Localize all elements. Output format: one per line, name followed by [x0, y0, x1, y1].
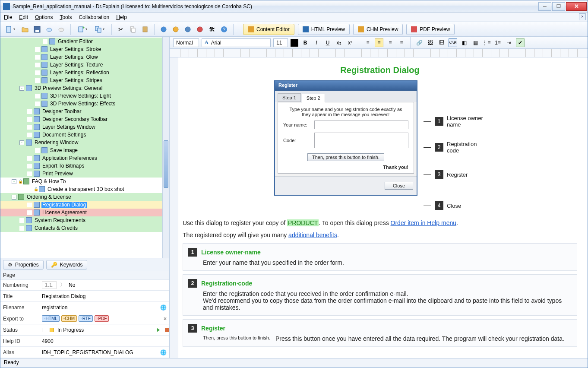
tree-item[interactable]: 3D Preview Settings: Effects: [0, 100, 162, 108]
export-chm-button[interactable]: [171, 25, 180, 34]
menu-collaboration[interactable]: Collaboration: [79, 14, 109, 20]
tree-item[interactable]: Layer Settings: Reflection: [0, 69, 162, 76]
maximize-button[interactable]: ❐: [552, 2, 565, 11]
align-center-button[interactable]: ≡: [375, 38, 383, 47]
tree-item[interactable]: Document Settings: [0, 131, 162, 139]
tree-item[interactable]: Layer Settings: Stripes: [0, 76, 162, 84]
tree-item[interactable]: Registration Dialog: [0, 201, 162, 209]
minimize-button[interactable]: ─: [538, 2, 551, 11]
scrollbar-thumb[interactable]: [164, 140, 168, 188]
order-menu-link[interactable]: Order item in Help menu: [391, 219, 457, 226]
align-justify-button[interactable]: ≡: [397, 38, 406, 47]
tree-scrollbar[interactable]: [162, 37, 169, 258]
menu-tools[interactable]: Tools: [60, 14, 72, 20]
tree-item[interactable]: Designer Secondary Toolbar: [0, 115, 162, 123]
mdi-close-button[interactable]: ×: [579, 13, 586, 20]
globe-icon[interactable]: 🌐: [160, 349, 167, 355]
tree-item[interactable]: Application Preferences: [0, 154, 162, 162]
tree-item[interactable]: Layer Settings: Texture: [0, 61, 162, 69]
link-button[interactable]: 🔗: [415, 38, 424, 47]
benefits-link[interactable]: additional benefits: [288, 232, 337, 238]
tree-item[interactable]: Save Image: [0, 146, 162, 154]
tree-item[interactable]: Designer Toolbar: [0, 108, 162, 115]
special-button[interactable]: ◧: [460, 38, 468, 47]
prop-numbering-value[interactable]: No: [69, 282, 75, 288]
prop-helpid-input[interactable]: [42, 338, 169, 344]
expand-icon[interactable]: -: [12, 195, 16, 200]
expand-icon[interactable]: -: [12, 179, 16, 184]
tree-item[interactable]: Export To Bitmaps: [0, 162, 162, 170]
play-icon[interactable]: [157, 328, 160, 332]
align-right-button[interactable]: ≡: [386, 38, 395, 47]
subscript-button[interactable]: x₂: [335, 38, 343, 47]
copy-button[interactable]: [128, 25, 138, 34]
tree-item[interactable]: Layer Settings Window: [0, 123, 162, 131]
globe-icon[interactable]: 🌐: [160, 305, 167, 311]
tab-chm-preview[interactable]: CHM Preview: [353, 24, 403, 35]
table-button[interactable]: ▦: [471, 38, 480, 47]
superscript-button[interactable]: x²: [346, 38, 354, 47]
color-swatch[interactable]: [291, 39, 298, 47]
export-chm-badge[interactable]: ▫CHM: [61, 315, 77, 322]
export-html-badge[interactable]: ▫HTML: [42, 315, 60, 322]
bold-button[interactable]: B: [301, 38, 310, 47]
tree-item[interactable]: -🔒FAQ & How To: [0, 178, 162, 185]
tree-item[interactable]: Layer Settings: Stroke: [0, 45, 162, 53]
spellcheck-button[interactable]: ✔: [516, 38, 525, 47]
tree-item[interactable]: -Ordering & License: [0, 193, 162, 201]
tree-item[interactable]: Gradient Editor: [0, 38, 162, 45]
numbering-button[interactable]: 1≡: [493, 38, 502, 47]
help-button[interactable]: ?: [219, 25, 229, 34]
menu-options[interactable]: Options: [35, 14, 53, 20]
export-rtf-badge[interactable]: ▫RTF: [79, 315, 93, 322]
tab-properties[interactable]: ⚙Properties: [3, 260, 44, 270]
prop-status-value[interactable]: In Progress: [57, 327, 84, 333]
tree-item[interactable]: Layer Settings: Glow: [0, 53, 162, 61]
topic-tree[interactable]: Gradient EditorLayer Settings: StrokeLay…: [0, 37, 162, 258]
document-area[interactable]: Registration Dialog Register Step 1 Step…: [170, 57, 588, 358]
tree-item[interactable]: 🔒Create a transparent 3D box shot: [0, 185, 162, 193]
export-clear-button[interactable]: ×: [164, 316, 167, 322]
cut-button[interactable]: ✂: [116, 25, 126, 34]
prop-alias-input[interactable]: [42, 349, 158, 355]
add-topic-button[interactable]: +: [75, 25, 90, 34]
export-pdf-badge[interactable]: ▫PDF: [95, 315, 109, 322]
font-select[interactable]: AArial: [202, 38, 271, 47]
align-left-button[interactable]: ≡: [364, 38, 372, 47]
tree-item[interactable]: -Rendering Window: [0, 139, 162, 146]
new-button[interactable]: [3, 25, 18, 34]
fontsize-select[interactable]: 11: [273, 38, 288, 47]
video-button[interactable]: 🎞: [437, 38, 446, 47]
ruler[interactable]: [170, 49, 588, 57]
tree-item[interactable]: Contacts & Credits: [0, 224, 162, 232]
prop-filename-input[interactable]: [42, 305, 158, 311]
cloud-sync-button[interactable]: [57, 25, 66, 34]
italic-button[interactable]: I: [312, 38, 321, 47]
close-button[interactable]: ✕: [566, 2, 587, 11]
tab-content-editor[interactable]: Content Editor: [243, 24, 294, 35]
cloud-button[interactable]: [44, 25, 54, 34]
bullets-button[interactable]: ⋮≡: [482, 38, 491, 47]
menu-file[interactable]: File: [4, 14, 12, 20]
expand-icon[interactable]: -: [19, 86, 24, 91]
stop-icon[interactable]: [165, 328, 169, 332]
tree-item[interactable]: 3D Preview Settings: Light: [0, 92, 162, 100]
export-html-button[interactable]: [159, 25, 168, 34]
add-child-button[interactable]: [92, 25, 107, 34]
tree-item[interactable]: System Requirements: [0, 216, 162, 224]
tree-item[interactable]: -3D Preview Settings: General: [0, 84, 162, 92]
expand-icon[interactable]: -: [19, 140, 24, 145]
menu-help[interactable]: Help: [116, 14, 127, 20]
paste-button[interactable]: [140, 25, 150, 34]
tree-item[interactable]: License Agreement: [0, 209, 162, 216]
tree-item[interactable]: Print Preview: [0, 170, 162, 178]
tab-pdf-preview[interactable]: PDF Preview: [406, 24, 455, 35]
indent-button[interactable]: ⇥: [505, 38, 513, 47]
titlebar[interactable]: Sample_Real_application_manual - Dr.Expl…: [0, 0, 588, 13]
image-button[interactable]: 🖼: [426, 38, 435, 47]
menu-edit[interactable]: Edit: [19, 14, 28, 20]
settings-button[interactable]: 🛠: [207, 25, 217, 34]
underline-button[interactable]: U: [323, 38, 332, 47]
tab-html-preview[interactable]: HTML Preview: [298, 24, 350, 35]
open-button[interactable]: [20, 25, 30, 34]
